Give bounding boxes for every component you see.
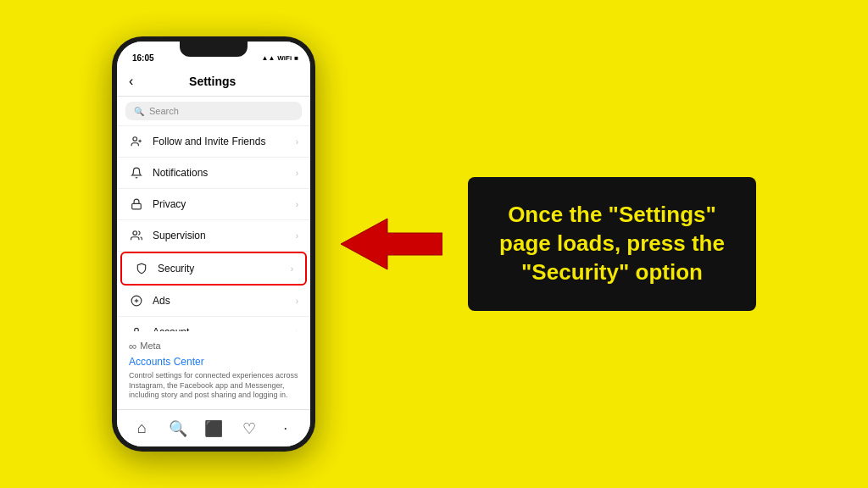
ads-icon [129,293,144,308]
accounts-center-link[interactable]: Accounts Center [129,356,298,368]
nav-home-icon[interactable]: ⌂ [126,413,157,444]
settings-header: ‹ Settings [117,69,310,97]
svg-point-0 [133,137,137,141]
nav-reels-icon[interactable]: ⬛ [198,413,229,444]
search-placeholder: Search [149,106,179,116]
bottom-nav: ⌂ 🔍 ⬛ ♡ · [117,409,310,446]
privacy-chevron: › [296,200,298,209]
notifications-chevron: › [296,169,298,178]
status-time: 16:05 [132,53,154,63]
follow-label: Follow and Invite Friends [153,136,296,147]
instruction-box: Once the "Settings" page loads, press th… [468,177,756,310]
security-chevron: › [291,264,293,274]
nav-search-icon[interactable]: 🔍 [163,413,193,444]
search-bar: 🔍 Search [117,97,310,126]
meta-logo-text: Meta [140,341,160,351]
meta-logo-icon: ∞ [129,340,136,352]
menu-item-security[interactable]: Security › [120,252,307,286]
back-button[interactable]: ‹ [129,74,133,89]
supervision-icon [129,228,144,243]
security-icon [134,261,149,276]
phone-notch [180,42,248,57]
svg-marker-14 [341,219,442,269]
supervision-label: Supervision [153,230,296,241]
page-title: Settings [140,75,285,88]
security-label: Security [158,263,291,274]
svg-point-8 [135,328,139,331]
meta-logo: ∞ Meta [129,340,298,352]
menu-item-ads[interactable]: Ads › [117,286,310,317]
main-container: 16:05 ▲▲ WiFi ■ ‹ Settings 🔍 Search [0,0,868,488]
nav-heart-icon[interactable]: ♡ [234,413,264,444]
account-chevron: › [296,328,298,331]
status-icons: ▲▲ WiFi ■ [262,54,299,62]
supervision-chevron: › [296,231,298,241]
menu-item-follow[interactable]: Follow and Invite Friends › [117,126,310,158]
search-input-box[interactable]: 🔍 Search [125,102,302,120]
wifi-icon: WiFi [277,54,292,62]
search-icon: 🔍 [134,107,144,116]
settings-menu: Follow and Invite Friends › Notification… [117,126,310,331]
follow-icon [129,134,144,149]
menu-item-supervision[interactable]: Supervision › [117,220,310,252]
battery-icon: ■ [294,54,298,62]
privacy-label: Privacy [153,198,296,210]
phone-screen: 16:05 ▲▲ WiFi ■ ‹ Settings 🔍 Search [117,42,310,446]
notifications-icon [129,165,144,180]
notifications-label: Notifications [153,167,296,179]
meta-section: ∞ Meta Accounts Center Control settings … [117,331,310,409]
meta-description: Control settings for connected experienc… [129,371,298,401]
ads-chevron: › [296,297,298,306]
menu-item-privacy[interactable]: Privacy › [117,189,310,220]
account-icon [129,324,144,331]
svg-rect-3 [132,203,142,208]
nav-profile-icon[interactable]: · [270,413,301,444]
ads-label: Ads [153,295,296,307]
signal-icon: ▲▲ [262,54,275,62]
phone-mockup: 16:05 ▲▲ WiFi ■ ‹ Settings 🔍 Search [112,36,315,452]
svg-point-4 [133,231,137,236]
privacy-icon [129,197,144,212]
follow-chevron: › [296,137,298,147]
red-arrow [341,210,442,278]
menu-item-account[interactable]: Account › [117,317,310,331]
arrow-container [341,210,442,278]
menu-item-notifications[interactable]: Notifications › [117,158,310,189]
account-label: Account [153,326,296,331]
instruction-text: Once the "Settings" page loads, press th… [493,201,731,286]
